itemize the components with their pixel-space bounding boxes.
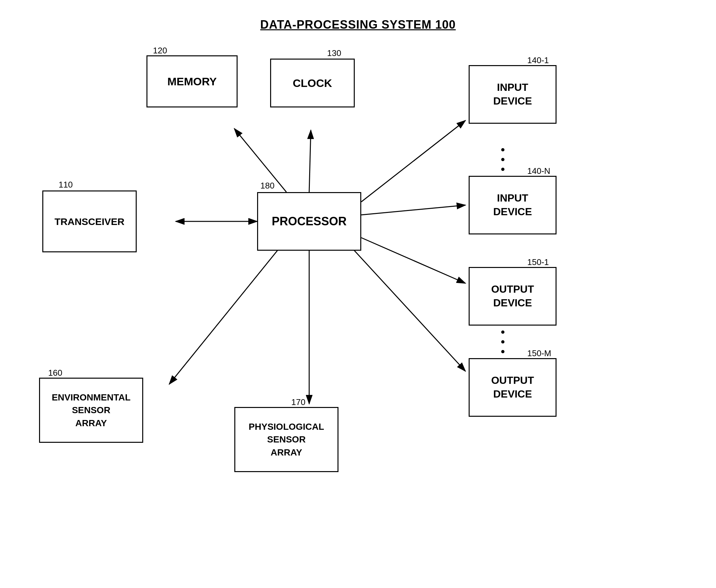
input-device-1-box: INPUT DEVICE [469, 65, 557, 124]
svg-point-14 [501, 331, 504, 334]
memory-ref: 120 [153, 46, 167, 56]
output-device-1-box: OUTPUT DEVICE [469, 267, 557, 326]
transceiver-ref: 110 [59, 180, 72, 190]
diagram-arrows [0, 0, 716, 588]
svg-point-12 [501, 158, 504, 161]
svg-line-7 [361, 238, 465, 283]
svg-line-8 [351, 248, 465, 371]
env-sensor-ref: 160 [48, 368, 62, 378]
svg-line-3 [309, 130, 311, 192]
svg-line-6 [361, 205, 465, 215]
svg-line-5 [361, 121, 465, 202]
diagram-title: DATA-PROCESSING SYSTEM 100 [0, 0, 716, 31]
processor-box: PROCESSOR [257, 192, 361, 251]
svg-point-16 [501, 350, 504, 353]
svg-point-13 [501, 168, 504, 171]
svg-point-11 [501, 148, 504, 151]
clock-ref: 130 [327, 48, 341, 58]
clock-box: CLOCK [270, 59, 355, 107]
output1-ref: 150-1 [527, 257, 549, 267]
inputN-ref: 140-N [527, 166, 550, 176]
phys-sensor-box: PHYSIOLOGICAL SENSOR ARRAY [234, 407, 339, 472]
input-device-n-box: INPUT DEVICE [469, 176, 557, 234]
processor-ref: 180 [260, 181, 274, 191]
input1-ref: 140-1 [527, 55, 549, 65]
svg-point-15 [501, 340, 504, 343]
outputM-ref: 150-M [527, 349, 551, 358]
output-device-m-box: OUTPUT DEVICE [469, 358, 557, 417]
memory-box: MEMORY [147, 55, 238, 107]
transceiver-box: TRANSCEIVER [42, 190, 137, 252]
env-sensor-box: ENVIRONMENTAL SENSOR ARRAY [39, 378, 143, 443]
svg-line-9 [169, 248, 280, 384]
phys-sensor-ref: 170 [291, 397, 305, 407]
